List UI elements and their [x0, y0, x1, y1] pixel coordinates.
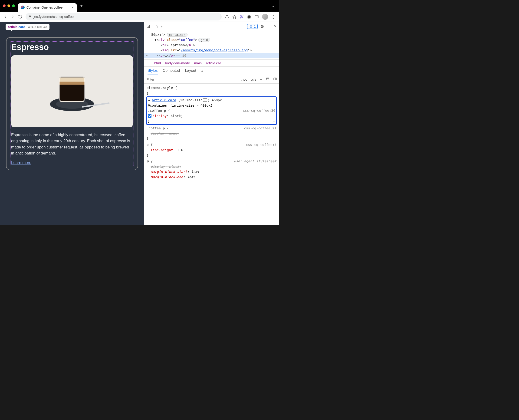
- tab-styles[interactable]: Styles: [148, 68, 158, 75]
- styles-filter-input[interactable]: [144, 77, 239, 81]
- dom-line[interactable]: <img src="/assets/img/demo/cof-espresso.…: [151, 48, 277, 53]
- card-heading: Espresso: [11, 42, 133, 52]
- profile-avatar[interactable]: [262, 14, 268, 20]
- bookmark-star-icon[interactable]: [232, 15, 236, 19]
- dom-line[interactable]: ▼<div class="coffee">grid: [151, 37, 277, 42]
- svg-point-4: [240, 17, 241, 18]
- tooltip-tag: article: [8, 25, 17, 29]
- forward-icon[interactable]: [11, 15, 15, 19]
- issues-count: 1: [254, 25, 256, 28]
- card-image: [11, 55, 133, 127]
- settings-icon[interactable]: ⚙: [260, 24, 264, 29]
- styles-tabs: Styles Computed Layout »: [144, 67, 279, 75]
- source-link[interactable]: css-cq-coffee:30: [243, 108, 275, 113]
- property-checkbox[interactable]: [148, 114, 151, 118]
- devtools-menu-icon[interactable]: ⋮: [267, 24, 271, 29]
- learn-more-link[interactable]: Learn more: [11, 160, 31, 165]
- devtools-toolbar: » 1 ⚙ ⋮ ×: [144, 22, 279, 31]
- sidebar-toggle-icon[interactable]: [271, 77, 279, 82]
- svg-line-6: [242, 17, 243, 18]
- tab-close-icon[interactable]: ×: [64, 5, 73, 9]
- breadcrumbs[interactable]: … html body.dark-mode main article.car …: [144, 60, 279, 67]
- lock-icon: [28, 15, 32, 19]
- card-paragraph: Espresso is the name of a highly concent…: [11, 132, 133, 156]
- styles-filter-row: :hov .cls +: [144, 75, 279, 84]
- cls-toggle[interactable]: .cls: [249, 77, 258, 81]
- source-link[interactable]: css-cq-coffee:3: [246, 142, 277, 147]
- style-rules: element.style {} → article.card (inline-…: [144, 84, 279, 182]
- dom-line[interactable]: 50px;">container: [151, 32, 277, 37]
- svg-rect-8: [255, 15, 258, 18]
- address-bar[interactable]: jec.fyi/demo/css-cq-coffee: [26, 13, 222, 20]
- tab-computed[interactable]: Computed: [163, 68, 180, 75]
- svg-rect-13: [250, 26, 252, 27]
- scissors-icon[interactable]: [240, 15, 244, 19]
- window-controls: [3, 4, 15, 7]
- tab-title: Container Queries coffee: [26, 6, 62, 9]
- tooltip-class: .card: [17, 25, 25, 29]
- element-tooltip: article.card 494 × 601.43: [6, 24, 50, 30]
- source-link[interactable]: css-cq-coffee:21: [244, 126, 277, 131]
- close-window-button[interactable]: [3, 4, 6, 7]
- issues-icon: [249, 25, 253, 28]
- browser-tab[interactable]: Container Queries coffee ×: [18, 3, 77, 12]
- grid-badge[interactable]: grid: [198, 38, 210, 42]
- url-text: jec.fyi/demo/css-cq-coffee: [33, 15, 74, 19]
- rule-coffee-p[interactable]: .coffee p {css-cq-coffee:21 display: non…: [146, 125, 277, 142]
- share-icon[interactable]: [225, 15, 229, 19]
- extensions-icon[interactable]: [247, 15, 251, 19]
- article-card[interactable]: Espresso Espresso is the name of a highl…: [6, 37, 138, 170]
- rule-container-query[interactable]: → article.card (inline-size) 450px @cont…: [146, 96, 277, 125]
- svg-point-3: [240, 15, 241, 16]
- svg-marker-2: [233, 15, 236, 18]
- devtools-panel: » 1 ⚙ ⋮ × 50px;">container ▼<div class="…: [144, 22, 279, 225]
- crumb[interactable]: …: [147, 61, 150, 65]
- crumb[interactable]: body.dark-mode: [165, 61, 190, 65]
- container-badge[interactable]: container: [167, 33, 187, 37]
- dom-tree[interactable]: 50px;">container ▼<div class="coffee">gr…: [144, 31, 279, 60]
- crumb[interactable]: html: [154, 61, 161, 65]
- rule-p[interactable]: p {css-cq-coffee:3 line-height: 1.6;}: [146, 142, 277, 158]
- issues-badge[interactable]: 1: [247, 24, 258, 29]
- computed-toggle-icon[interactable]: [264, 77, 271, 82]
- devtools-close-icon[interactable]: ×: [274, 24, 277, 29]
- source-label: user agent stylesheet: [234, 159, 277, 164]
- webpage-preview: article.card 494 × 601.43 Espresso Espre…: [0, 22, 144, 225]
- back-icon[interactable]: [3, 15, 8, 19]
- device-toolbar-icon[interactable]: [154, 24, 158, 29]
- tabs-overflow[interactable]: »: [201, 68, 203, 75]
- dom-line[interactable]: <h1>Espresso</h1>: [151, 43, 277, 48]
- new-tab-button[interactable]: +: [80, 3, 83, 9]
- svg-rect-16: [274, 78, 277, 80]
- sidepanel-icon[interactable]: [255, 15, 259, 19]
- browser-menu-icon[interactable]: ⋮: [271, 14, 276, 19]
- workspace: article.card 494 × 601.43 Espresso Espre…: [0, 22, 279, 225]
- crumb[interactable]: main: [194, 61, 202, 65]
- maximize-window-button[interactable]: [12, 4, 15, 7]
- url-toolbar: jec.fyi/demo/css-cq-coffee ⋮: [0, 12, 279, 22]
- tabs-overflow-icon[interactable]: ⌄: [272, 4, 276, 8]
- container-query-icon: [203, 98, 207, 102]
- crumb[interactable]: article.car: [206, 61, 221, 65]
- window-titlebar: Container Queries coffee × + ⌄: [0, 0, 279, 12]
- tab-favicon: [21, 6, 25, 9]
- rule-element-style[interactable]: element.style {}: [146, 85, 277, 96]
- new-rule-button[interactable]: +: [258, 77, 264, 81]
- svg-rect-15: [266, 78, 269, 80]
- inspect-icon[interactable]: [147, 24, 151, 29]
- tooltip-dimensions: 494 × 601.43: [28, 25, 47, 29]
- hover-toggle[interactable]: :hov: [239, 77, 249, 81]
- svg-rect-0: [29, 16, 31, 18]
- crumb[interactable]: …: [225, 61, 229, 65]
- rule-user-agent[interactable]: p {user agent stylesheet display: block;…: [146, 158, 277, 180]
- dom-line-selected[interactable]: ⋯ ▸<p>…</p> == $0: [144, 53, 279, 58]
- tab-layout[interactable]: Layout: [185, 68, 196, 75]
- minimize-window-button[interactable]: [8, 4, 10, 7]
- add-property-button[interactable]: +: [273, 119, 275, 125]
- toolbar-actions: ⋮: [225, 14, 276, 20]
- reload-icon[interactable]: [18, 15, 22, 19]
- svg-line-7: [241, 16, 242, 17]
